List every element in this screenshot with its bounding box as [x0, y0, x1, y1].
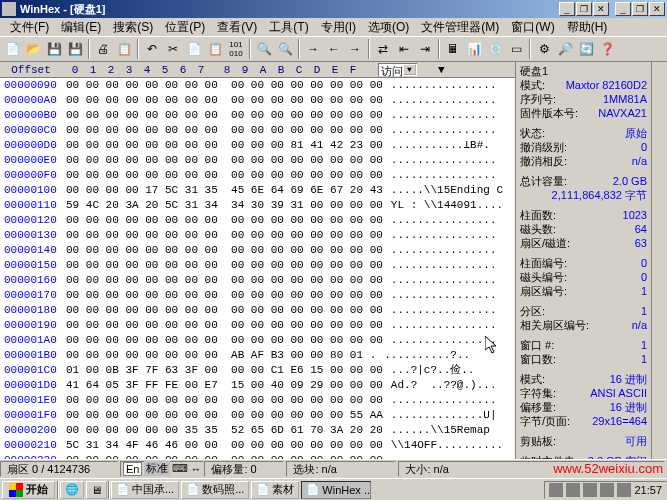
menu-item[interactable]: 编辑(E)	[55, 19, 107, 36]
find-button[interactable]: 🔎	[555, 39, 575, 59]
hex-row[interactable]: 000000D000 00 00 00 00 00 00 00 00 00 00…	[0, 138, 515, 153]
ram-button[interactable]: ▭	[506, 39, 526, 59]
menu-item[interactable]: 专用(I)	[315, 19, 362, 36]
taskbar-button[interactable]: 📄WinHex ...	[301, 481, 371, 499]
hex-row[interactable]: 000002105C 31 34 4F 46 46 00 00 00 00 00…	[0, 438, 515, 453]
hex-row[interactable]: 0000011059 4C 20 3A 20 5C 31 34 34 30 39…	[0, 198, 515, 213]
hex-row[interactable]: 000000E000 00 00 00 00 00 00 00 00 00 00…	[0, 153, 515, 168]
hex-row[interactable]: 000000C000 00 00 00 00 00 00 00 00 00 00…	[0, 123, 515, 138]
hex-column-header[interactable]: 6	[174, 64, 192, 76]
hex-column-header[interactable]: E	[326, 64, 344, 76]
hex-row[interactable]: 0000020000 00 00 00 00 00 35 35 52 65 6D…	[0, 423, 515, 438]
hex-row[interactable]: 000001B000 00 00 00 00 00 00 00 AB AF B3…	[0, 348, 515, 363]
start-button[interactable]: 开始	[2, 481, 55, 499]
new-button[interactable]: 📄	[2, 39, 22, 59]
tray-icon[interactable]	[566, 483, 580, 497]
hex-column-header[interactable]: B	[272, 64, 290, 76]
menu-item[interactable]: 文件(F)	[4, 19, 55, 36]
hex-row[interactable]: 0000017000 00 00 00 00 00 00 00 00 00 00…	[0, 288, 515, 303]
hex-column-header[interactable]: A	[254, 64, 272, 76]
hex-row[interactable]: 000001A000 00 00 00 00 00 00 00 00 00 00…	[0, 333, 515, 348]
taskbar-button[interactable]: 📄中国承...	[111, 481, 179, 499]
undo-button[interactable]: ↶	[142, 39, 162, 59]
hex-row[interactable]: 0000019000 00 00 00 00 00 00 00 00 00 00…	[0, 318, 515, 333]
goto-button[interactable]: →	[303, 39, 323, 59]
tray-icon[interactable]	[617, 483, 631, 497]
hex-column-header[interactable]: 9	[236, 64, 254, 76]
find-text-button[interactable]: 🔍	[275, 39, 295, 59]
menu-item[interactable]: 工具(T)	[263, 19, 314, 36]
hex-row[interactable]: 0000018000 00 00 00 00 00 00 00 00 00 00…	[0, 303, 515, 318]
restore-child-button[interactable]: ❐	[576, 2, 592, 16]
hex-row[interactable]: 0000013000 00 00 00 00 00 00 00 00 00 00…	[0, 228, 515, 243]
ime-label[interactable]: 标准	[144, 461, 170, 476]
hex-row[interactable]: 0000010000 00 00 00 17 5C 31 35 45 6E 64…	[0, 183, 515, 198]
close-button[interactable]: ✕	[649, 2, 665, 16]
tray-icon[interactable]	[583, 483, 597, 497]
print-button[interactable]: 🖨	[93, 39, 113, 59]
menu-item[interactable]: 窗口(W)	[505, 19, 560, 36]
hex-row[interactable]: 000000B000 00 00 00 00 00 00 00 00 00 00…	[0, 108, 515, 123]
goto-sector-button[interactable]: ⇄	[373, 39, 393, 59]
tray-icon[interactable]	[600, 483, 614, 497]
hex-column-header[interactable]: 1	[84, 64, 102, 76]
clock[interactable]: 21:57	[634, 484, 662, 496]
analyze-button[interactable]: 📊	[464, 39, 484, 59]
hex-column-header[interactable]: 8	[218, 64, 236, 76]
forward-button[interactable]: →	[345, 39, 365, 59]
hex-column-header[interactable]: 2	[102, 64, 120, 76]
paste-button[interactable]: 📋	[205, 39, 225, 59]
hex-row[interactable]: 0000022000 00 00 00 00 00 00 00 00 00 00…	[0, 453, 515, 459]
tray-icon[interactable]	[549, 483, 563, 497]
hex-row[interactable]: 000000F000 00 00 00 00 00 00 00 00 00 00…	[0, 168, 515, 183]
hex-column-header[interactable]: F	[344, 64, 362, 76]
back-button[interactable]: ←	[324, 39, 344, 59]
disk-button[interactable]: 💿	[485, 39, 505, 59]
calc-button[interactable]: 🖩	[443, 39, 463, 59]
system-tray[interactable]: 21:57	[544, 481, 667, 499]
hex-column-header[interactable]: 0	[66, 64, 84, 76]
replace-button[interactable]: 🔄	[576, 39, 596, 59]
help-button[interactable]: ❓	[597, 39, 617, 59]
ime-keyboard-icon[interactable]: ⌨	[172, 462, 188, 475]
menu-item[interactable]: 搜索(S)	[107, 19, 159, 36]
hex-row[interactable]: 0000012000 00 00 00 00 00 00 00 00 00 00…	[0, 213, 515, 228]
hex-row[interactable]: 000001D041 64 05 3F FF FE 00 E7 15 00 40…	[0, 378, 515, 393]
find-hex-button[interactable]: 🔍	[254, 39, 274, 59]
hex-row[interactable]: 000001C001 00 0B 3F 7F 63 3F 00 00 00 C1…	[0, 363, 515, 378]
hex-row[interactable]: 0000015000 00 00 00 00 00 00 00 00 00 00…	[0, 258, 515, 273]
menu-item[interactable]: 位置(P)	[159, 19, 211, 36]
hex-column-header[interactable]: 3	[120, 64, 138, 76]
copy-hex-button[interactable]: 101010	[226, 39, 246, 59]
menu-item[interactable]: 选项(O)	[362, 19, 415, 36]
hex-row[interactable]: 0000014000 00 00 00 00 00 00 00 00 00 00…	[0, 243, 515, 258]
saveas-button[interactable]: 💾	[65, 39, 85, 59]
hex-column-header[interactable]: D	[308, 64, 326, 76]
options-button[interactable]: ⚙	[534, 39, 554, 59]
hex-body[interactable]: 0000009000 00 00 00 00 00 00 00 00 00 00…	[0, 78, 515, 459]
hex-row[interactable]: 0000016000 00 00 00 00 00 00 00 00 00 00…	[0, 273, 515, 288]
hex-column-header[interactable]: 7	[192, 64, 210, 76]
hex-column-header[interactable]: 5	[156, 64, 174, 76]
menu-item[interactable]: 查看(V)	[211, 19, 263, 36]
save-button[interactable]: 💾	[44, 39, 64, 59]
copy-button[interactable]: 📄	[184, 39, 204, 59]
cut-button[interactable]: ✂	[163, 39, 183, 59]
quicklaunch-ie[interactable]: 🌐	[60, 481, 84, 499]
hex-row[interactable]: 000001E000 00 00 00 00 00 00 00 00 00 00…	[0, 393, 515, 408]
taskbar-button[interactable]: 📄数码照...	[181, 481, 249, 499]
menu-item[interactable]: 帮助(H)	[561, 19, 614, 36]
close-child-button[interactable]: ✕	[593, 2, 609, 16]
restore-button[interactable]: ❐	[632, 2, 648, 16]
access-dropdown[interactable]: 访问	[378, 63, 418, 77]
properties-button[interactable]: 📋	[114, 39, 134, 59]
minimize-child-button[interactable]: _	[559, 2, 575, 16]
taskbar-button[interactable]: 📄素材	[251, 481, 299, 499]
hex-row[interactable]: 0000009000 00 00 00 00 00 00 00 00 00 00…	[0, 78, 515, 93]
next-button[interactable]: ⇥	[415, 39, 435, 59]
hex-column-header[interactable]: C	[290, 64, 308, 76]
hex-column-header[interactable]: 4	[138, 64, 156, 76]
minimize-button[interactable]: _	[615, 2, 631, 16]
ime-indicator[interactable]: En	[123, 462, 142, 476]
offset-header[interactable]: Offset	[0, 64, 62, 76]
